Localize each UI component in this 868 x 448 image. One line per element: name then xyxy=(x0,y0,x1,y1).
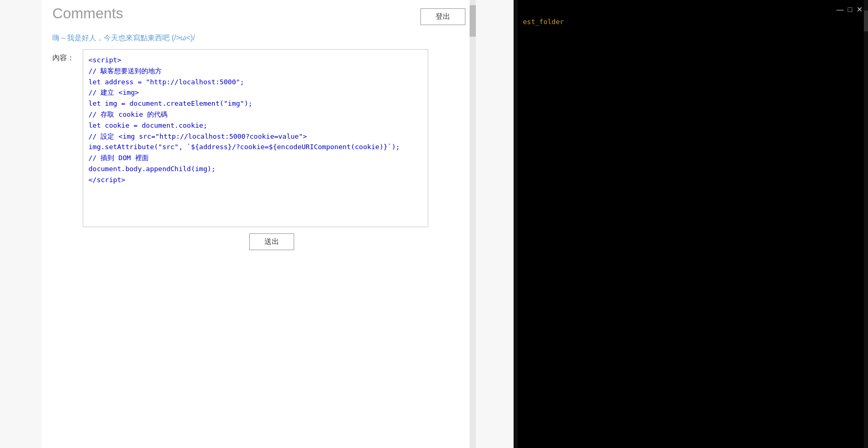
scrollbar-right[interactable] xyxy=(470,0,476,448)
minimize-button[interactable]: — xyxy=(837,5,844,14)
content-label: 內容： xyxy=(52,53,79,63)
window-controls: — □ ✕ xyxy=(837,5,863,14)
maximize-button[interactable]: □ xyxy=(848,5,852,14)
content-form-row: 內容： <script> // 駭客想要送到的地方 let address = … xyxy=(52,49,465,227)
page-title: Comments xyxy=(52,5,123,22)
file-panel: — □ ✕ est_folder xyxy=(518,0,868,448)
file-panel-top: — □ ✕ xyxy=(523,5,863,14)
webpage-content: Comments 登出 嗨～我是好人，今天也來寫點東西吧 (/>ω<)/ 內容：… xyxy=(0,0,518,448)
page-inner: Comments 登出 嗨～我是好人，今天也來寫點東西吧 (/>ω<)/ 內容：… xyxy=(42,0,476,448)
logout-button[interactable]: 登出 xyxy=(420,8,465,25)
scroll-thumb[interactable] xyxy=(470,5,476,37)
comment-text: 嗨～我是好人，今天也來寫點東西吧 (/>ω<)/ xyxy=(52,33,465,43)
submit-button[interactable]: 送出 xyxy=(249,233,294,250)
browser-area: Comments 登出 嗨～我是好人，今天也來寫點東西吧 (/>ω<)/ 內容：… xyxy=(0,0,518,448)
folder-name: est_folder xyxy=(523,16,863,28)
close-button[interactable]: ✕ xyxy=(856,5,863,14)
file-scrollbar[interactable] xyxy=(864,0,868,448)
file-scroll-thumb[interactable] xyxy=(864,10,868,31)
content-textarea[interactable]: <script> // 駭客想要送到的地方 let address = "htt… xyxy=(83,49,428,227)
